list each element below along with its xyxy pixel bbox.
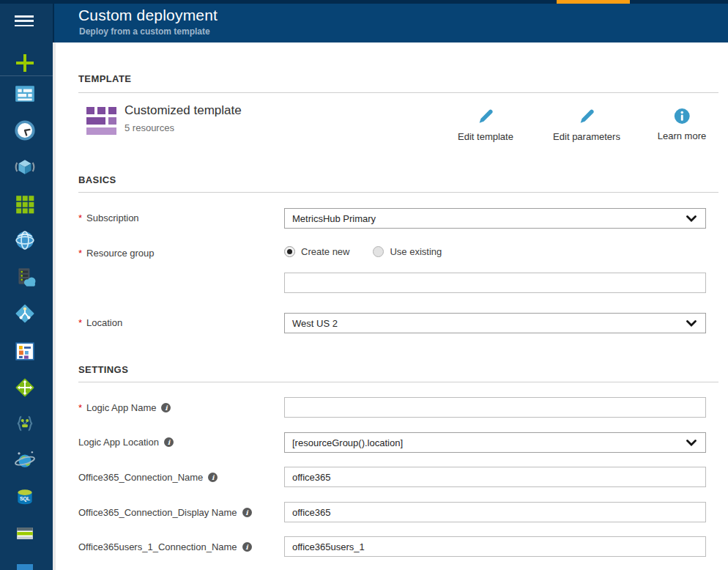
storage-stripes-icon[interactable]: [14, 522, 36, 544]
template-section-divider: [78, 92, 718, 93]
subscription-select[interactable]: MetricsHub Primary: [284, 208, 706, 229]
content-left-edge: [53, 42, 56, 570]
logic-app-name-label: * Logic App Name: [78, 402, 171, 413]
settings-section-divider: [78, 382, 718, 382]
left-nav-sidebar: SQL: [0, 0, 53, 570]
radio-create-new-label: Create new: [301, 246, 349, 257]
accent-orange-bar: [557, 0, 630, 4]
info-icon[interactable]: [161, 403, 171, 412]
partial-bottom-icon[interactable]: [14, 561, 36, 570]
logic-app-location-select[interactable]: [resourceGroup().location]: [284, 432, 706, 453]
resource-group-name-input[interactable]: [284, 273, 706, 293]
required-asterisk: *: [78, 212, 82, 223]
info-icon[interactable]: [164, 437, 174, 447]
logic-app-name-input[interactable]: [284, 397, 706, 418]
new-plus-icon[interactable]: [14, 52, 36, 74]
required-asterisk: *: [78, 317, 82, 328]
template-section-heading: TEMPLATE: [78, 73, 131, 84]
app-services-globe-icon[interactable]: [14, 229, 36, 251]
cosmos-db-planet-icon[interactable]: [14, 449, 36, 471]
network-gateway-diamond-icon[interactable]: [14, 303, 36, 325]
learn-more-button[interactable]: Learn more: [658, 107, 706, 141]
hamburger-menu-icon[interactable]: [15, 15, 34, 26]
location-value: West US 2: [292, 318, 338, 329]
virtual-machines-server-icon[interactable]: [14, 266, 36, 288]
subscription-label: * Subscription: [78, 212, 139, 223]
chevron-down-icon: [686, 213, 697, 224]
sql-database-icon[interactable]: SQL: [14, 486, 36, 508]
page-subtitle: Deploy from a custom template: [79, 26, 210, 37]
settings-section-heading: SETTINGS: [78, 364, 128, 375]
chevron-down-icon: [686, 437, 697, 448]
office365users-connection-name-label: Office365users_1_Connection_Name: [78, 541, 252, 552]
template-card-title: Customized template: [125, 103, 242, 118]
edit-parameters-button[interactable]: Edit parameters: [553, 107, 620, 142]
location-select[interactable]: West US 2: [284, 313, 706, 333]
template-icon: [86, 107, 116, 137]
edit-template-button[interactable]: Edit template: [458, 107, 513, 142]
info-icon[interactable]: [242, 542, 252, 552]
sidebar-divider: [0, 75, 53, 76]
subscription-value: MetricsHub Primary: [292, 213, 376, 224]
office365-connection-display-name-input[interactable]: [284, 502, 706, 522]
resource-groups-cube-icon[interactable]: [14, 156, 36, 178]
learn-more-label: Learn more: [658, 130, 706, 141]
dashboard-icon[interactable]: [14, 83, 36, 105]
office365users-connection-name-input[interactable]: [284, 536, 706, 557]
chevron-down-icon: [686, 318, 697, 329]
required-asterisk: *: [78, 248, 82, 259]
pencil-icon: [476, 107, 495, 129]
radio-selected-icon: [284, 246, 295, 257]
radio-use-existing[interactable]: Use existing: [373, 246, 442, 257]
office365-connection-name-input[interactable]: [284, 467, 706, 487]
required-asterisk: *: [78, 402, 82, 413]
page-header: Custom deployment Deploy from a custom t…: [53, 0, 728, 42]
svg-text:SQL: SQL: [20, 496, 30, 502]
info-icon: [672, 107, 691, 128]
radio-use-existing-label: Use existing: [390, 246, 442, 257]
logic-apps-braces-icon[interactable]: [14, 412, 36, 434]
all-resources-grid-icon[interactable]: [14, 193, 36, 215]
radio-create-new[interactable]: Create new: [284, 246, 349, 257]
page-title: Custom deployment: [78, 7, 218, 24]
office365-connection-display-name-label: Office365_Connection_Display Name: [78, 507, 252, 518]
logic-app-location-value: [resourceGroup().location]: [292, 437, 403, 448]
info-icon[interactable]: [242, 508, 252, 517]
virtual-network-diamond-icon[interactable]: [14, 377, 36, 399]
browser-top-strip: [0, 0, 728, 4]
edit-parameters-label: Edit parameters: [553, 131, 620, 142]
logic-app-location-label: Logic App Location: [78, 437, 174, 448]
template-resource-count: 5 resources: [125, 122, 174, 133]
office365-connection-name-label: Office365_Connection_Name: [78, 472, 218, 483]
info-icon[interactable]: [208, 473, 218, 482]
basics-section-divider: [78, 192, 718, 193]
pencil-icon: [577, 107, 596, 129]
recent-clock-icon[interactable]: [14, 119, 36, 141]
basics-section-heading: BASICS: [78, 174, 116, 185]
monitor-metrics-icon[interactable]: [14, 340, 36, 362]
location-label: * Location: [78, 317, 122, 328]
radio-unselected-icon: [373, 246, 384, 257]
resource-group-radio-group: Create new Use existing: [284, 246, 442, 257]
edit-template-label: Edit template: [458, 131, 513, 142]
resource-group-label: * Resource group: [78, 248, 155, 259]
